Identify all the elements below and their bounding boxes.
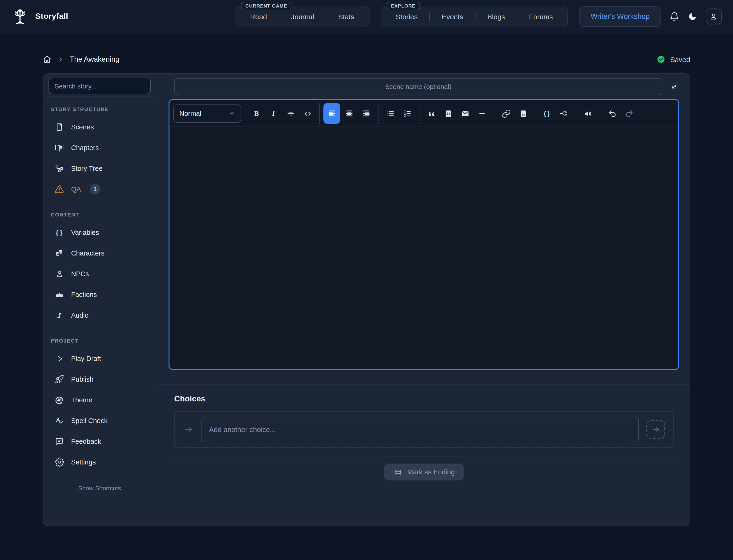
inline-code-button[interactable] — [299, 105, 315, 122]
bold-button[interactable]: B — [248, 105, 264, 122]
account-button[interactable] — [706, 8, 722, 24]
blockquote-button[interactable] — [423, 105, 439, 122]
sidebar-search — [43, 74, 156, 97]
editor-content-area[interactable] — [169, 127, 678, 369]
sidebar-item-chapters[interactable]: Chapters — [50, 137, 149, 158]
mark-as-ending-button[interactable]: Mark as Ending — [384, 464, 464, 480]
sidebar-item-spell-check[interactable]: Spell Check — [50, 410, 149, 431]
moon-icon — [688, 12, 697, 21]
sidebar-item-label: Chapters — [71, 144, 99, 152]
variables-button[interactable]: { } — [539, 105, 555, 122]
nav-item-stories[interactable]: Stories — [384, 12, 429, 20]
code-block-button[interactable] — [440, 105, 456, 122]
top-navbar: Storyfall CURRENT GAME Read Journal Stat… — [0, 0, 733, 33]
nav-item-events[interactable]: Events — [430, 12, 475, 20]
nav-item-journal[interactable]: Journal — [279, 12, 326, 20]
scenes-icon — [55, 122, 64, 132]
notifications-button[interactable] — [669, 12, 679, 21]
save-status: Saved — [657, 55, 690, 64]
saved-label: Saved — [670, 55, 690, 63]
brand[interactable]: Storyfall — [11, 6, 68, 27]
braces-icon: { } — [55, 229, 64, 236]
user-icon — [709, 12, 718, 21]
nav-right: Writer's Workshop — [579, 6, 722, 27]
chevron-right-icon — [57, 56, 64, 62]
crown-icon — [55, 290, 64, 300]
scene-editor: Normal B I — [156, 74, 690, 526]
align-left-button[interactable] — [323, 103, 340, 124]
align-right-button[interactable] — [358, 105, 374, 122]
add-choice-input[interactable] — [201, 417, 639, 442]
rich-text-editor: Normal B I — [168, 99, 679, 370]
sidebar-item-label: Factions — [71, 291, 97, 298]
bullet-list-button[interactable] — [382, 105, 398, 122]
sidebar-item-settings[interactable]: Settings — [50, 452, 149, 472]
format-select[interactable]: Normal — [173, 104, 241, 123]
app: Storyfall CURRENT GAME Read Journal Stat… — [0, 0, 733, 560]
nav-item-read[interactable]: Read — [238, 12, 279, 20]
chapters-icon — [55, 143, 64, 153]
expand-editor-button[interactable] — [669, 81, 679, 92]
section-divider — [156, 384, 690, 385]
sidebar-item-label: Publish — [71, 376, 93, 383]
undo-button[interactable] — [604, 105, 620, 122]
gear-icon — [55, 457, 64, 467]
strikethrough-button[interactable] — [282, 105, 298, 122]
sidebar-item-label: Variables — [71, 229, 99, 236]
toolbar-divider — [319, 103, 320, 124]
warning-triangle-icon — [55, 184, 64, 194]
section-header: CONTENT — [51, 212, 149, 217]
qa-count-badge: 1 — [90, 184, 100, 194]
link-button[interactable] — [498, 105, 514, 122]
tree-logo-icon — [11, 6, 29, 27]
italic-button[interactable]: I — [265, 105, 281, 122]
sidebar-item-story-tree[interactable]: Story Tree — [50, 158, 149, 179]
sidebar-item-qa[interactable]: QA 1 — [50, 179, 149, 200]
editor-card: STORY STRUCTURE Scenes — [43, 73, 690, 526]
scene-name-row — [174, 78, 679, 95]
sidebar-item-characters[interactable]: Characters — [50, 243, 149, 264]
story-tree-icon — [55, 164, 64, 173]
sidebar: STORY STRUCTURE Scenes — [43, 74, 156, 526]
home-icon[interactable] — [43, 55, 51, 64]
sidebar-item-theme[interactable]: Theme — [50, 390, 149, 410]
mark-as-ending-label: Mark as Ending — [407, 468, 455, 476]
confirm-choice-button[interactable] — [646, 420, 665, 439]
toolbar-divider — [494, 103, 494, 124]
sidebar-item-publish[interactable]: Publish — [50, 369, 149, 390]
ordered-list-button[interactable]: 1 2 3 — [399, 105, 415, 122]
branch-condition-button[interactable] — [556, 105, 572, 122]
read-aloud-button[interactable] — [580, 105, 596, 122]
sidebar-item-scenes[interactable]: Scenes — [50, 117, 149, 137]
expand-icon — [669, 81, 679, 92]
writers-workshop-button[interactable]: Writer's Workshop — [579, 6, 661, 27]
align-center-button[interactable] — [341, 105, 357, 122]
sidebar-item-feedback[interactable]: Feedback — [50, 431, 149, 452]
show-shortcuts-link[interactable]: Show Shortcuts — [43, 485, 156, 492]
sidebar-item-variables[interactable]: { } Variables — [50, 222, 149, 243]
sidebar-item-label: Spell Check — [71, 417, 108, 424]
nav-item-blogs[interactable]: Blogs — [476, 12, 517, 20]
sidebar-item-label: Audio — [71, 312, 88, 319]
nav-item-forums[interactable]: Forums — [517, 12, 565, 20]
image-button[interactable] — [515, 105, 531, 122]
sidebar-item-play-draft[interactable]: Play Draft — [50, 348, 149, 369]
scene-name-input[interactable] — [174, 78, 662, 95]
nav-group-explore: EXPLORE Stories Events Blogs Forums — [381, 6, 568, 27]
sidebar-item-label: Characters — [71, 249, 104, 257]
search-input[interactable] — [48, 78, 151, 94]
toolbar-divider — [600, 103, 600, 124]
nav-item-stats[interactable]: Stats — [326, 12, 366, 20]
horizontal-rule-button[interactable] — [474, 105, 490, 122]
letter-button[interactable] — [457, 105, 473, 122]
play-icon — [55, 354, 64, 363]
redo-button[interactable] — [621, 105, 637, 122]
sidebar-item-label: Play Draft — [71, 355, 101, 362]
current-game-chip: CURRENT GAME — [241, 2, 292, 10]
sidebar-item-npcs[interactable]: NPCs — [50, 264, 149, 284]
sidebar-item-factions[interactable]: Factions — [50, 284, 149, 305]
choices-heading: Choices — [174, 394, 679, 404]
sidebar-item-audio[interactable]: Audio — [50, 305, 149, 326]
brand-name: Storyfall — [35, 12, 68, 21]
dark-mode-toggle[interactable] — [688, 12, 697, 21]
